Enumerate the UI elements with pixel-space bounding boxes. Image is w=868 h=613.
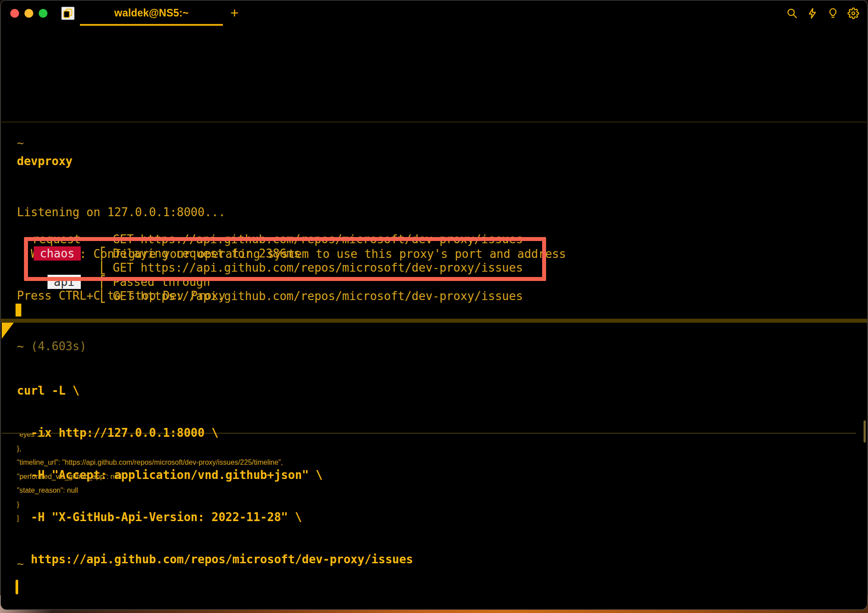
json-line: },	[17, 442, 283, 456]
active-tab-underline	[80, 24, 223, 26]
json-line: ]	[17, 511, 283, 526]
log-row-api-url: ⎣ GET https://api.github.com/repos/micro…	[1, 289, 867, 303]
pages-icon[interactable]	[61, 7, 75, 20]
terminal-window: waldek@NS5:~ +	[0, 0, 868, 610]
scrollbar-thumb[interactable]	[864, 420, 866, 443]
json-line: "eyes": 0	[17, 434, 283, 442]
json-line: }	[17, 498, 283, 512]
shell-prompt: ~	[17, 136, 24, 150]
minimize-window-button[interactable]	[24, 9, 33, 18]
json-line: "performed_via_github_app": null,	[17, 470, 283, 484]
text-cursor[interactable]	[16, 580, 18, 594]
annotation-highlight-rect	[24, 237, 546, 281]
search-icon[interactable]	[786, 8, 798, 19]
shell-prompt-with-duration: ~ (4.603s)	[17, 339, 87, 353]
shell-prompt: ~	[17, 340, 24, 353]
new-tab-button[interactable]: +	[226, 4, 242, 22]
json-line: "timeline_url": "https://api.github.com/…	[17, 455, 283, 470]
tab-title: waldek@NS5:~	[114, 7, 188, 19]
zoom-window-button[interactable]	[39, 9, 48, 18]
log-text: GET https://api.github.com/repos/microso…	[113, 289, 523, 303]
command-line: https://api.github.com/repos/microsoft/d…	[17, 553, 413, 566]
curl-json-output: "eyes": 0 }, "timeline_url": "https://ap…	[17, 434, 283, 526]
json-line: "state_reason": null	[17, 483, 283, 498]
output-line: Listening on 127.0.0.1:8000...	[17, 206, 566, 219]
block-marker-triangle[interactable]	[2, 323, 14, 339]
tab-waldek-ns5[interactable]: waldek@NS5:~	[80, 0, 223, 26]
toolbar-actions	[786, 8, 859, 19]
bolt-icon[interactable]	[807, 8, 818, 19]
command-line: curl -L \	[17, 384, 413, 398]
bracket-bottom-icon: ⎣	[99, 289, 107, 303]
tab-bar: waldek@NS5:~ +	[1, 0, 867, 26]
bulb-icon[interactable]	[827, 8, 839, 19]
command-duration: (4.603s)	[31, 340, 86, 353]
shell-prompt: ~	[17, 557, 24, 571]
running-block-cursor	[16, 304, 21, 316]
block-separator	[2, 122, 867, 123]
gear-icon[interactable]	[848, 8, 859, 19]
command-devproxy[interactable]: devproxy	[17, 154, 72, 168]
curl-output-clip[interactable]: "eyes": 0 }, "timeline_url": "https://ap…	[1, 434, 865, 527]
close-window-button[interactable]	[10, 9, 19, 18]
